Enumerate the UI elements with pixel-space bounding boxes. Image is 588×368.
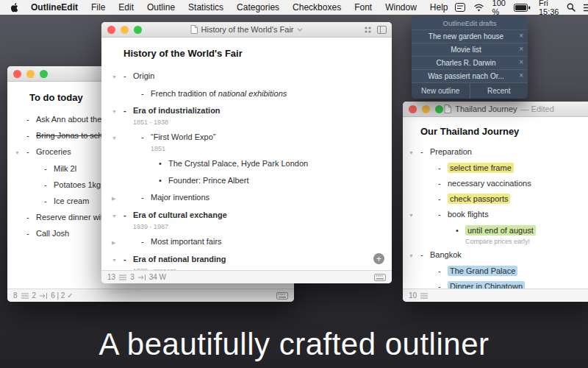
outline-row[interactable]: ▼-Era of cultural exchange [112,210,381,221]
outline-text[interactable]: Origin [133,71,154,81]
menu-item-file[interactable]: File [85,2,112,13]
outline-text[interactable]: Era of cultural exchange [133,210,227,220]
outline-row[interactable]: ▶-Major inventions [112,193,381,203]
notification-center-icon[interactable] [584,4,588,12]
menu-item-checkboxes[interactable]: Checkboxes [286,2,348,13]
menu-clock[interactable]: Fri 15:36 [539,0,559,16]
minimize-button[interactable] [26,70,35,78]
outline-text[interactable]: Founder: Prince Albert [168,176,248,185]
draft-item[interactable]: Charles R. Darwin × [412,57,528,70]
outline-row[interactable]: ▼-“First World Expo” [112,132,381,143]
main-titlebar[interactable]: History of the World's Fair [101,22,392,38]
recent-button[interactable]: Recent [470,83,528,99]
battery-icon[interactable] [514,4,531,12]
outline-row[interactable]: •Founder: Prince Albert [112,176,381,185]
chevron-down-icon[interactable]: ▼ [15,148,26,158]
outline-text[interactable]: Dinner in Chinatown [448,282,525,289]
outlineedit-menu-extra-icon[interactable] [455,3,465,12]
outline-text[interactable]: Call Josh [36,229,69,238]
close-button[interactable] [13,70,21,78]
chevron-right-icon[interactable]: ▶ [112,194,123,203]
draft-item[interactable]: The new garden house × [412,30,528,43]
app-menu[interactable]: OutlineEdit [24,2,85,13]
chevron-right-icon[interactable]: ▶ [112,238,123,247]
outline-row[interactable]: -French tradition of national exhibition… [112,89,381,99]
outline-row[interactable]: ▼-Era of national branding [112,255,381,265]
outline-text[interactable]: check passports [448,194,510,204]
outline-text[interactable]: necessary vaccinations [448,179,531,188]
menu-item-categories[interactable]: Categories [230,2,286,13]
outline-row[interactable]: ▼-Origin [112,71,381,82]
outline-row[interactable]: -check passports [409,194,588,204]
title-chevron-down-icon[interactable] [297,28,303,32]
chevron-down-icon[interactable]: ▼ [112,107,123,116]
chevron-down-icon[interactable]: ▼ [409,210,420,220]
new-outline-button[interactable]: New outline [412,83,470,99]
outline-text[interactable]: French tradition of national exhibitions [151,89,287,99]
menu-item-statistics[interactable]: Statistics [182,2,230,13]
outline-row[interactable]: -select time frame [409,163,588,173]
outline-text[interactable]: Preparation [430,147,472,157]
outline-text[interactable]: select time frame [448,163,514,173]
outline-text[interactable]: The Crystal Palace, Hyde Park London [168,159,308,169]
apple-menu[interactable] [7,3,24,13]
outline-text[interactable]: Milk 2l [54,164,76,174]
sidebar-icon[interactable] [377,26,387,34]
thailand-window[interactable]: Thailand Journey — Edited Our Thailand J… [403,102,588,302]
chevron-down-icon[interactable]: ▼ [112,133,123,143]
keyboard-icon[interactable] [374,274,386,281]
outline-row[interactable]: ▶-Most important fairs [112,237,381,247]
outline-text[interactable]: Bangkok [430,250,462,260]
outline-text[interactable]: Most important fairs [151,237,222,247]
outline-row[interactable]: ▼-book flights [409,210,588,220]
outline-row[interactable]: -necessary vaccinations [409,179,588,188]
draft-item[interactable]: Was passiert nach Or... × [412,70,528,83]
wifi-icon[interactable] [473,4,484,12]
outline-text[interactable]: The Grand Palace [448,266,517,276]
minimize-button[interactable] [422,105,430,113]
categories-icon[interactable] [364,26,372,34]
chevron-down-icon[interactable]: ▼ [409,251,420,261]
minimize-button[interactable] [121,26,129,34]
chevron-down-icon[interactable]: ▼ [409,148,420,158]
outline-text[interactable]: “First World Expo” [151,132,215,142]
outline-row[interactable]: -The Grand Palace [409,266,588,276]
outline-row[interactable]: •The Crystal Palace, Hyde Park London [112,159,381,169]
outline-row[interactable]: -Dinner in Chinatown [409,282,588,289]
add-row-button[interactable]: + [373,253,384,264]
menu-item-edit[interactable]: Edit [112,2,140,13]
zoom-button[interactable] [40,70,48,78]
menu-item-help[interactable]: Help [423,2,455,13]
close-button[interactable] [107,26,115,34]
main-window[interactable]: History of the World's Fair History of t… [101,22,392,283]
outline-row[interactable]: ▼-Preparation [409,147,588,158]
zoom-button[interactable] [435,105,443,113]
draft-item[interactable]: Movie list × [412,43,528,57]
outline-text[interactable]: book flights [448,210,489,219]
menu-item-window[interactable]: Window [379,2,423,13]
outline-row[interactable]: ▼-Bangkok [409,250,588,261]
outline-text[interactable]: until end of august [465,226,536,236]
outline-text[interactable]: Groceries [36,147,71,157]
chevron-down-icon[interactable]: ▼ [112,255,123,265]
close-icon[interactable]: × [519,32,523,40]
document-proxy-icon[interactable] [190,25,198,34]
outline-row[interactable]: ▼-Era of industrialization [112,106,381,116]
chevron-down-icon[interactable]: ▼ [112,211,123,221]
outline-text[interactable]: Major inventions [151,193,209,202]
menu-item-font[interactable]: Font [348,2,379,13]
close-button[interactable] [409,105,417,113]
spotlight-icon[interactable] [567,3,576,12]
close-icon[interactable]: × [519,58,523,66]
thailand-titlebar[interactable]: Thailand Journey — Edited [403,102,588,117]
outline-text[interactable]: Ice cream [54,197,89,206]
close-icon[interactable]: × [519,45,523,53]
chevron-down-icon[interactable]: ▼ [112,72,123,82]
outline-text[interactable]: Era of national branding [133,255,226,264]
menu-item-outline[interactable]: Outline [140,2,182,13]
outline-text[interactable]: Potatoes 1kg [54,180,101,190]
keyboard-icon[interactable] [276,292,288,300]
outline-text[interactable]: Era of industrialization [133,106,220,116]
document-proxy-icon[interactable] [444,105,451,113]
outline-row[interactable]: •until end of august [409,226,588,236]
